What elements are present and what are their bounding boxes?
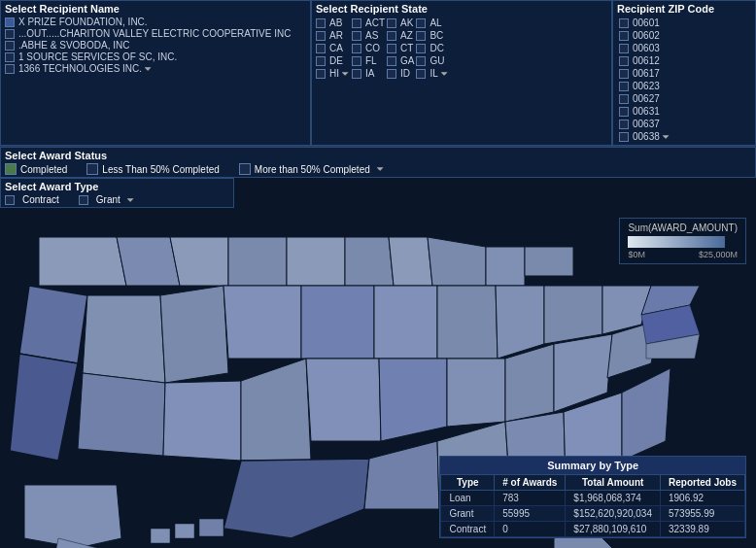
checkbox-icon[interactable]: [387, 31, 396, 41]
checkbox-icon[interactable]: [619, 132, 629, 142]
state-item[interactable]: ID: [387, 68, 414, 79]
checkbox-icon[interactable]: [316, 44, 326, 53]
list-item[interactable]: ...OUT.....CHARITON VALLEY ELECTRIC COOP…: [5, 28, 306, 39]
state-hi-2[interactable]: [175, 524, 194, 538]
state-item[interactable]: BC: [416, 30, 448, 41]
checkbox-icon[interactable]: [416, 44, 426, 53]
state-hi-3[interactable]: [199, 519, 223, 536]
checkbox-grant[interactable]: [79, 195, 88, 205]
state-item[interactable]: DC: [416, 43, 448, 53]
state-sd[interactable]: [301, 286, 374, 359]
checkbox-icon[interactable]: [352, 31, 361, 41]
state-item[interactable]: AL: [416, 17, 448, 28]
state-item[interactable]: GU: [416, 55, 448, 66]
state-ky[interactable]: [447, 359, 505, 427]
list-item[interactable]: 1366 TECHNOLOGIES INC. ⏷: [5, 63, 306, 74]
state-mn[interactable]: [287, 237, 345, 286]
status-completed[interactable]: Completed: [5, 163, 67, 175]
checkbox-icon[interactable]: [619, 107, 629, 117]
checkbox-contract[interactable]: [5, 195, 15, 205]
checkbox-icon[interactable]: [316, 56, 326, 66]
state-nv[interactable]: [83, 295, 165, 383]
state-item[interactable]: IL⏷: [416, 68, 448, 79]
state-mt[interactable]: [170, 237, 228, 286]
checkbox-icon[interactable]: [619, 44, 629, 53]
checkbox-icon[interactable]: [387, 44, 396, 53]
checkbox-icon[interactable]: [619, 94, 629, 104]
checkbox-icon[interactable]: [316, 18, 326, 28]
state-item[interactable]: IA: [352, 68, 385, 79]
scroll-icon[interactable]: ⏷: [126, 195, 135, 205]
status-box-less[interactable]: [86, 163, 98, 175]
zip-item[interactable]: 00623: [619, 81, 686, 91]
zip-item[interactable]: 00601: [619, 17, 686, 28]
state-az[interactable]: [78, 373, 165, 456]
zip-item[interactable]: 00638⏷: [619, 131, 686, 142]
state-ks[interactable]: [306, 359, 381, 441]
list-item[interactable]: X PRIZE FOUNDATION, INC.: [5, 17, 306, 27]
state-ia-ne[interactable]: [374, 286, 437, 359]
state-item[interactable]: AR: [316, 30, 350, 41]
checkbox-icon[interactable]: [619, 18, 629, 28]
state-id[interactable]: [117, 237, 180, 286]
status-box-more[interactable]: [239, 163, 251, 175]
state-item[interactable]: AK: [387, 17, 414, 28]
state-item[interactable]: AB: [316, 17, 350, 28]
checkbox-icon[interactable]: [352, 44, 361, 53]
state-wy[interactable]: [223, 286, 301, 359]
state-nm[interactable]: [163, 381, 241, 461]
state-or[interactable]: [19, 286, 87, 363]
state-pa[interactable]: [544, 286, 602, 344]
state-mi-upper[interactable]: [389, 237, 432, 286]
checkbox-icon[interactable]: [416, 31, 426, 41]
state-id-s[interactable]: [160, 286, 228, 383]
checkbox-icon[interactable]: [387, 18, 396, 28]
checkbox-icon[interactable]: [5, 41, 15, 51]
scroll-icon[interactable]: ⏷: [144, 64, 153, 74]
state-hi-1[interactable]: [151, 529, 170, 543]
checkbox-icon[interactable]: [416, 56, 426, 66]
zip-item[interactable]: 00631: [619, 106, 686, 117]
checkbox-icon[interactable]: [387, 56, 396, 66]
state-item[interactable]: AZ: [387, 30, 414, 41]
state-item[interactable]: ACT: [352, 17, 385, 28]
checkbox-icon[interactable]: [619, 56, 629, 66]
checkbox-icon[interactable]: [316, 69, 326, 79]
state-nd[interactable]: [228, 237, 287, 286]
state-ak[interactable]: [24, 485, 121, 548]
state-wa[interactable]: [39, 237, 126, 286]
checkbox-icon[interactable]: [619, 120, 629, 129]
state-item[interactable]: CA: [316, 43, 350, 53]
checkbox-icon[interactable]: [5, 17, 15, 27]
checkbox-icon[interactable]: [5, 64, 15, 74]
state-item[interactable]: CT: [387, 43, 414, 53]
state-item[interactable]: HI⏷: [316, 68, 350, 79]
type-contract[interactable]: Contract: [5, 194, 59, 205]
scroll-icon[interactable]: ⏷: [662, 132, 670, 142]
checkbox-icon[interactable]: [619, 69, 629, 79]
list-item[interactable]: .ABHE & SVOBODA, INC: [5, 40, 306, 51]
checkbox-icon[interactable]: [416, 69, 426, 79]
checkbox-icon[interactable]: [619, 31, 629, 41]
checkbox-icon[interactable]: [5, 29, 15, 39]
state-wi[interactable]: [345, 237, 394, 286]
checkbox-icon[interactable]: [352, 18, 361, 28]
checkbox-icon[interactable]: [416, 18, 426, 28]
checkbox-icon[interactable]: [352, 56, 361, 66]
status-more[interactable]: More than 50% Completed ⏷: [239, 163, 385, 175]
state-il-in[interactable]: [437, 286, 498, 359]
state-item[interactable]: AS: [352, 30, 385, 41]
checkbox-icon[interactable]: [5, 52, 15, 62]
zip-item[interactable]: 00612: [619, 55, 686, 66]
status-less[interactable]: Less Than 50% Completed: [86, 163, 219, 175]
checkbox-icon[interactable]: [352, 69, 361, 79]
zip-item[interactable]: 00603: [619, 43, 686, 53]
scroll-icon[interactable]: ⏷: [376, 164, 385, 174]
state-item[interactable]: CO: [352, 43, 385, 53]
list-item[interactable]: 1 SOURCE SERVICES OF SC, INC.: [5, 51, 306, 62]
status-box-completed[interactable]: [5, 163, 17, 175]
type-grant[interactable]: Grant ⏷: [79, 194, 135, 205]
state-item[interactable]: FL: [352, 55, 385, 66]
zip-item[interactable]: 00602: [619, 30, 686, 41]
checkbox-icon[interactable]: [619, 82, 629, 91]
